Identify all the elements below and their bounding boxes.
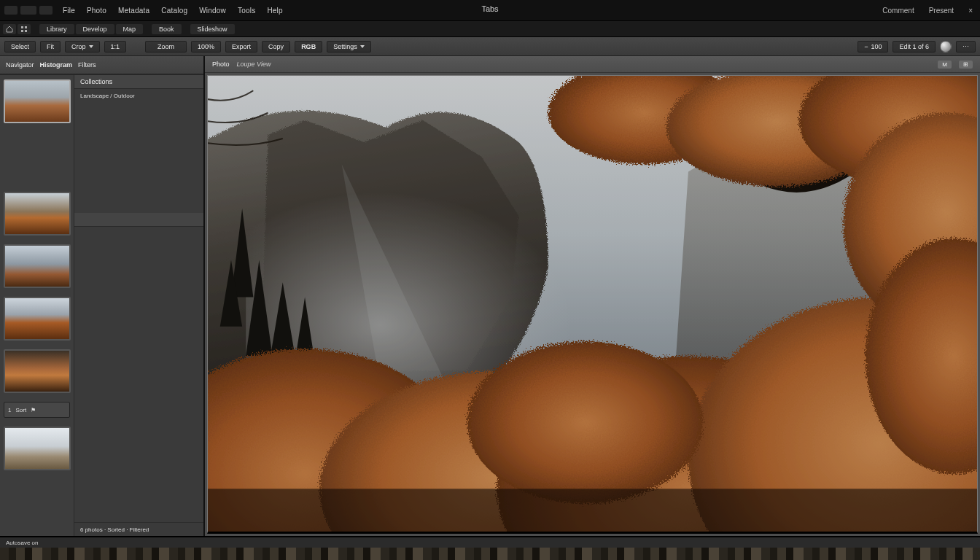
canvas-view-label: Loupe View (237, 61, 271, 68)
option-zoom-stepper[interactable]: − 100 (858, 41, 888, 52)
logo-chip (4, 6, 18, 15)
menu-present[interactable]: Present (926, 7, 957, 15)
option-label: Select (11, 43, 29, 50)
minus-icon: − (864, 43, 868, 50)
option-label: Edit 1 of 6 (899, 43, 929, 50)
logo-chip (39, 6, 52, 15)
filmstrip: 1 Sort ⚑ (0, 75, 74, 536)
option-zoom-val[interactable]: 100% (191, 41, 221, 52)
svg-rect-2 (21, 30, 23, 32)
module-slideshow[interactable]: Slideshow (190, 24, 235, 34)
sidebar-tab-histogram[interactable]: Histogram (40, 61, 73, 69)
panel-body: Landscape / Outdoor (74, 89, 203, 213)
option-label: 100% (198, 43, 214, 50)
option-label: Export (232, 43, 251, 50)
option-edit-count: Edit 1 of 6 (892, 41, 936, 52)
menu-help[interactable]: Help (265, 5, 284, 16)
sidebar-tab-navigator[interactable]: Navigator (6, 61, 34, 69)
image-preview[interactable] (207, 75, 978, 534)
status-bar: Autosave on (0, 537, 980, 548)
thumb-ctrl-label: Sort (15, 407, 26, 413)
option-label: Copy (268, 43, 284, 50)
option-label: Fit (47, 43, 54, 50)
thumbnail[interactable] (4, 297, 71, 341)
thumbnail[interactable] (4, 79, 71, 123)
sidebar-tab-filters[interactable]: Filters (78, 61, 96, 69)
option-label: Zoom (158, 43, 174, 50)
flag-icon: ⚑ (31, 407, 36, 413)
svg-rect-0 (21, 26, 23, 28)
panel-divider[interactable] (74, 213, 203, 227)
thumbnail[interactable] (4, 244, 71, 288)
panel-title: Collections (80, 78, 112, 85)
thumbnail[interactable] (4, 427, 71, 470)
panel-item[interactable]: Landscape / Outdoor (74, 89, 203, 102)
workspace: Navigator Histogram Filters 1 Sort ⚑ (0, 56, 980, 536)
thumbnail[interactable] (4, 192, 71, 236)
color-picker-knob[interactable] (940, 41, 952, 52)
thumbnail-controls[interactable]: 1 Sort ⚑ (4, 402, 70, 418)
option-crop[interactable]: Crop (65, 41, 100, 52)
svg-rect-17 (208, 76, 977, 532)
home-icon[interactable] (3, 24, 16, 34)
panel-header-collections[interactable]: Collections (74, 75, 203, 89)
menu-catalog[interactable]: Catalog (160, 5, 189, 16)
menu-metadata[interactable]: Metadata (117, 5, 151, 16)
module-book[interactable]: Book (152, 24, 182, 34)
sidebar-panels: Collections Landscape / Outdoor 6 photos… (74, 75, 203, 536)
option-ratio[interactable]: 1:1 (104, 41, 127, 52)
module-bar: Library Develop Map Book Slideshow (0, 21, 980, 37)
menubar: File Photo Metadata Catalog Window Tools… (0, 0, 980, 21)
option-copy[interactable]: Copy (262, 41, 290, 52)
window-title: Tabs (481, 4, 498, 13)
logo-chip (20, 6, 36, 15)
module-develop[interactable]: Develop (76, 24, 114, 34)
option-zoom[interactable]: Zoom (145, 41, 187, 52)
desktop-background: Autosave on (0, 536, 980, 560)
option-more[interactable]: ⋯ (956, 41, 976, 52)
menu-photo[interactable]: Photo (85, 5, 108, 16)
module-library[interactable]: Library (39, 24, 74, 34)
menu-window[interactable]: Window (198, 5, 228, 16)
thumbnail[interactable] (4, 349, 71, 393)
window-close-button[interactable]: × (965, 7, 976, 15)
zoom-value: 100 (871, 43, 882, 50)
sidebar-tabs: Navigator Histogram Filters (0, 56, 203, 74)
option-rgb[interactable]: RGB (295, 41, 322, 52)
status-text: Autosave on (6, 540, 38, 546)
panel-item-label: Landscape / Outdoor (80, 93, 135, 99)
option-select[interactable]: Select (4, 41, 36, 52)
canvas-file-label: Photo (212, 61, 230, 68)
module-map[interactable]: Map (116, 24, 144, 34)
svg-rect-1 (25, 26, 27, 28)
option-bar: Select Fit Crop 1:1 Zoom 100% Export Cop… (0, 37, 980, 56)
option-label: Settings (333, 43, 357, 50)
panel-body (74, 227, 203, 522)
dots-icon: ⋯ (962, 43, 969, 50)
svg-rect-3 (25, 30, 27, 32)
sidebar-footer-label: 6 photos · Sorted · Filtered (80, 526, 149, 533)
menu-tools[interactable]: Tools (236, 5, 257, 16)
option-label: RGB (301, 43, 316, 50)
option-fit[interactable]: Fit (40, 41, 61, 52)
option-export[interactable]: Export (225, 41, 257, 52)
option-label: Crop (71, 43, 86, 50)
menu-comment[interactable]: Comment (879, 7, 917, 15)
grid-icon[interactable] (18, 24, 31, 34)
canvas-area: Photo Loupe View M ⊞ (205, 56, 980, 536)
menu-file[interactable]: File (61, 5, 77, 16)
option-label: 1:1 (111, 43, 120, 50)
app-logo (4, 6, 52, 15)
sidebar-footer: 6 photos · Sorted · Filtered (74, 522, 203, 536)
thumb-ctrl-label: 1 (8, 407, 11, 413)
canvas-badge[interactable]: M (938, 61, 952, 69)
chevron-down-icon (360, 45, 365, 48)
panel-toggle-icon[interactable]: ⊞ (959, 61, 973, 69)
chevron-down-icon (89, 45, 93, 48)
option-settings[interactable]: Settings (327, 41, 371, 52)
left-sidebar: Navigator Histogram Filters 1 Sort ⚑ (0, 56, 205, 536)
canvas-tabs: Photo Loupe View M ⊞ (205, 56, 980, 73)
